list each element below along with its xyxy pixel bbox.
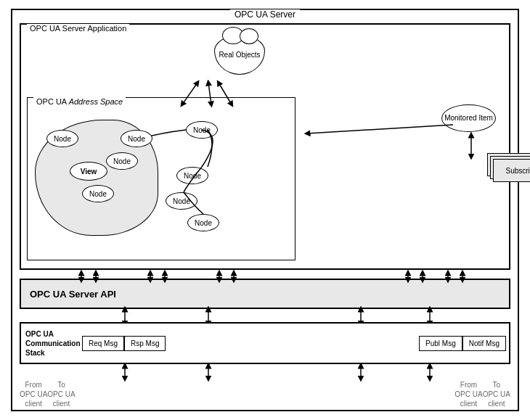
server-api-box: OPC UA Server API xyxy=(20,279,510,309)
bottom-label-1: From OPC UA client xyxy=(20,380,47,408)
node-4: Node xyxy=(121,130,152,147)
msg-boxes: Req Msg Rsp Msg Publ Msg Notif Msg xyxy=(79,324,509,363)
bottom-label-spacer xyxy=(76,380,455,408)
node-7: Node xyxy=(166,192,197,210)
notif-msg-box: Notif Msg xyxy=(462,336,506,351)
rsp-msg-box: Rsp Msg xyxy=(124,336,166,351)
view-text: View xyxy=(81,168,97,176)
server-app-title: OPC UA Server Application xyxy=(27,24,129,33)
node-3: Node xyxy=(82,185,114,202)
monitored-item-ellipse: Monitored Item xyxy=(441,104,496,132)
address-space-title: OPC UA Address Space xyxy=(33,97,126,106)
comm-stack-label: OPC UA Communication Stack xyxy=(21,326,79,361)
monitored-item: Monitored Item xyxy=(441,104,496,132)
address-space-box: OPC UA Address Space View Node Node Node… xyxy=(27,97,295,260)
subscription-label: Subscription xyxy=(505,167,530,175)
publ-msg-box: Publ Msg xyxy=(419,336,462,351)
node-1: Node xyxy=(46,130,78,147)
node-8: Node xyxy=(187,214,219,231)
bottom-label-3: From OPC UA client xyxy=(454,380,482,408)
node-2: Node xyxy=(106,152,138,170)
address-space-prefix: OPC UA xyxy=(36,97,69,106)
server-api-label: OPC UA Server API xyxy=(30,289,116,300)
sub-box-front: Subscription xyxy=(493,159,530,182)
real-objects-label: Real Objects xyxy=(219,51,260,59)
node-6: Node xyxy=(176,167,208,184)
node-5: Node xyxy=(186,121,218,139)
bottom-label-2: To OPC UA client xyxy=(47,380,75,408)
svg-line-3 xyxy=(307,125,453,133)
real-objects: Real Objects xyxy=(214,35,265,75)
address-space-italic: Address Space xyxy=(69,97,123,106)
comm-stack-box: OPC UA Communication Stack Req Msg Rsp M… xyxy=(20,322,510,364)
bottom-label-4: To OPC UA client xyxy=(483,380,510,408)
server-app-box: OPC UA Server Application Real Objects O… xyxy=(20,23,510,270)
monitored-item-label: Monitored Item xyxy=(444,114,493,123)
real-objects-cloud: Real Objects xyxy=(214,35,265,75)
outer-title: OPC UA Server xyxy=(230,9,300,20)
outer-server-box: OPC UA Server OPC UA Server Application … xyxy=(11,9,519,411)
bottom-labels: From OPC UA client To OPC UA client From… xyxy=(20,380,510,408)
req-msg-box: Req Msg xyxy=(82,336,124,351)
view-label-ellipse: View xyxy=(70,162,107,181)
